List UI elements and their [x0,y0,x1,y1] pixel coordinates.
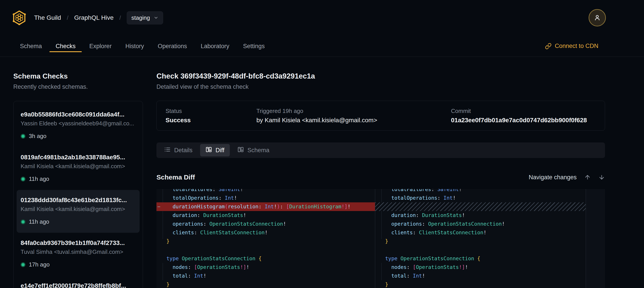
diff-line: − durationHistogram(resolution: Int!): [… [156,202,375,211]
diff-line: type OperationStatsConnection { [156,254,375,263]
user-icon [593,14,602,22]
status-dot-icon [20,177,26,181]
code-after: totalFailures: SafeInt! totalOperations:… [375,189,586,288]
breadcrumb-project[interactable]: GraphQL Hive [74,14,114,21]
hive-logo-icon[interactable] [12,11,26,25]
check-author: Kamil Kisiela <kamil.kisiela@gmail.com> [20,163,136,170]
chevron-down-icon [154,15,158,20]
navigate-changes: Navigate changes [529,174,605,181]
view-tab-schema[interactable]: Schema [232,144,275,156]
status-label: Status [166,108,256,115]
diff-line: duration: DurationStats! [375,211,586,220]
target-selector[interactable]: staging [127,11,163,25]
check-author: Tuval Simha <tuval.simha@Gmail.com> [20,248,136,255]
check-author: Yassin Eldeeb <yassineldeeb94@gmail.co..… [20,120,136,127]
content: Schema Checks Recently checked schemas. … [0,57,644,288]
check-time: 17h ago [29,261,50,268]
triggered-label: Triggered 19h ago [256,108,451,115]
schema-check-list-item[interactable]: 84fa0cab9367b39e1b1ff0a74f2733... Tuval … [16,233,140,275]
link-icon [545,43,552,50]
view-tab-label: Diff [216,147,224,154]
diff-line: operations: OperationStatsConnection! [375,220,586,228]
check-id: e14e7eff1ef20001f79e72b8ffefb8bf... [20,282,136,288]
nav-tab-explorer[interactable]: Explorer [89,43,112,50]
view-tabstrip: Details Diff Schema [156,142,605,158]
diff-line: operations: OperationStatsConnection! [156,220,375,228]
nav-tab-checks[interactable]: Checks [56,43,76,50]
status-column: Status Success [166,108,256,124]
sidebar-subtitle: Recently checked schemas. [13,83,143,90]
commit-column: Commit 01a23ee0f7db01a9e7ac0d0747d62bb90… [451,108,596,124]
diff-line: } [156,237,375,246]
list-icon [164,146,171,154]
breadcrumb-separator: / [120,15,121,21]
columns-icon [237,146,244,154]
status-dot-icon [20,262,26,267]
connect-to-cdn-link[interactable]: Connect to CDN [545,43,598,50]
schema-check-list-item[interactable]: e9a0b55886fd3ce608c091dda6a4f... Yassin … [16,104,140,147]
check-id: e9a0b55886fd3ce608c091dda6a4f... [20,111,136,118]
breadcrumb-separator: / [67,15,68,21]
user-avatar-button[interactable] [588,9,606,27]
schema-check-list-item[interactable]: e14e7eff1ef20001f79e72b8ffefb8bf... [16,275,140,288]
check-meta: 3h ago [20,133,136,140]
status-value: Success [166,117,256,124]
diff-line: } [375,237,586,246]
check-time: 11h ago [29,175,49,182]
commit-label: Commit [451,108,596,115]
diff-line: nodes: [OperationStats!]! [156,263,375,271]
triggered-value: by Kamil Kisiela <kamil.kisiela@gmail.co… [256,117,451,124]
next-change-button[interactable] [598,174,605,181]
schema-check-list-item[interactable]: 0819afc4981ba2ab18e338788ae95... Kamil K… [16,147,140,190]
nav-tab-operations[interactable]: Operations [158,43,187,50]
diff-line: } [375,280,586,288]
nav-tab-laboratory[interactable]: Laboratory [201,43,229,50]
diff-line: nodes: [OperationStats!]! [375,263,586,271]
checks-list: e9a0b55886fd3ce608c091dda6a4f... Yassin … [13,101,143,288]
commit-value: 01a23ee0f7db01a9e7ac0d0747d62bb900f0f628 [451,117,596,124]
triggered-column: Triggered 19h ago by Kamil Kisiela <kami… [256,108,451,124]
view-tab-label: Schema [248,147,270,154]
nav-tab-schema[interactable]: Schema [20,43,42,50]
nav-tabs: SchemaChecksExplorerHistoryOperationsLab… [20,43,264,50]
previous-change-button[interactable] [584,174,591,181]
arrow-down-icon [598,174,605,181]
nav-tab-history[interactable]: History [126,43,144,50]
page-title: Check 369f3439-929f-48df-bfc8-cd3a9291ec… [156,72,605,80]
sidebar-title: Schema Checks [13,72,143,80]
columns-icon [206,146,212,154]
view-tab-diff[interactable]: Diff [200,144,230,156]
diff-line: clients: ClientStatsConnection! [375,228,586,237]
diff-pane-before: totalFailures: SafeInt! totalOperations:… [156,189,375,288]
status-dot-icon [20,219,26,224]
diff-line [375,202,586,211]
schema-diff-header: Schema Diff Navigate changes [156,173,605,182]
breadcrumb: The Guild / GraphQL Hive / staging [34,11,163,25]
check-time: 3h ago [29,133,46,140]
schema-diff-viewer[interactable]: totalFailures: SafeInt! totalOperations:… [156,189,605,288]
diff-line: total: Int! [156,271,375,280]
removed-line-marker: − [157,202,160,211]
diff-line: totalOperations: Int! [375,194,586,202]
check-id: 0819afc4981ba2ab18e338788ae95... [20,154,136,161]
nav-tab-settings[interactable]: Settings [243,43,265,50]
diff-line: totalOperations: Int! [156,194,375,202]
code-after-area: totalFailures: SafeInt! totalOperations:… [375,189,586,288]
top-bar: The Guild / GraphQL Hive / staging [0,0,644,36]
check-meta: 11h ago [20,218,136,225]
breadcrumb-org[interactable]: The Guild [34,14,61,21]
check-time: 11h ago [29,218,49,225]
diff-pane-after: totalFailures: SafeInt! totalOperations:… [375,189,605,288]
schema-check-list-item[interactable]: 01238ddd30faf8c43e61be2d1813fc... Kamil … [16,190,140,233]
diff-line: total: Int! [375,271,586,280]
check-detail: Check 369f3439-929f-48df-bfc8-cd3a9291ec… [156,72,605,288]
check-meta: 11h ago [20,175,136,182]
arrow-up-icon [584,174,591,181]
diff-line [156,246,375,254]
connect-to-cdn-label: Connect to CDN [555,43,598,50]
diff-line [375,246,586,254]
view-tab-details[interactable]: Details [159,144,198,156]
diff-overview-ruler[interactable] [586,189,605,288]
check-id: 84fa0cab9367b39e1b1ff0a74f2733... [20,239,136,246]
diff-line: duration: DurationStats! [156,211,375,220]
